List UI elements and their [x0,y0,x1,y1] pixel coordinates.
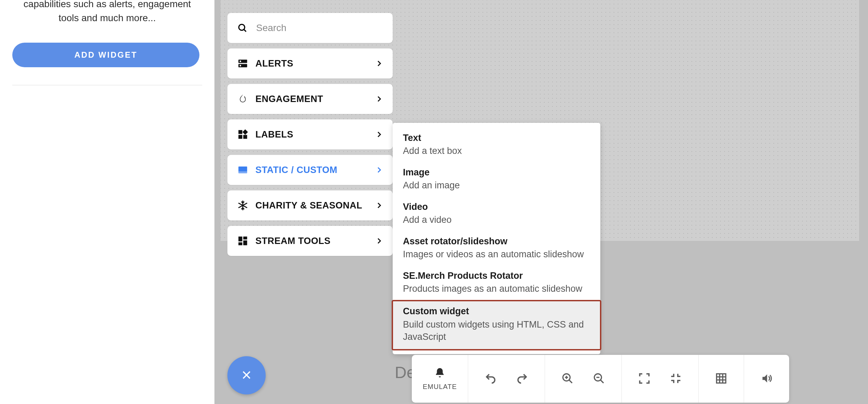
chevron-right-icon [375,130,383,139]
zoom-out-icon [593,372,605,386]
flyout-item-title: SE.Merch Products Rotator [403,270,590,282]
flyout-item-title: Asset rotator/slideshow [403,235,590,247]
svg-point-5 [240,65,241,67]
search-icon [237,23,248,33]
undo-button[interactable] [482,370,499,388]
svg-line-22 [569,380,572,383]
add-widget-button[interactable]: ADD WIDGET [12,43,199,67]
category-charity-seasonal[interactable]: CHARITY & SEASONAL [227,190,393,220]
svg-rect-18 [243,241,247,245]
flyout-item-title: Image [403,166,590,178]
toolbar-emulate-section[interactable]: EMULATE [412,355,468,403]
emulate-label: EMULATE [423,383,457,391]
category-alerts[interactable]: ALERTS [227,48,393,78]
sidebar-divider [12,85,202,85]
flyout-item-desc: Products images as an automatic slidesho… [403,283,590,295]
category-labels[interactable]: LABELS [227,119,393,149]
svg-rect-28 [716,374,726,383]
bell-icon [434,367,446,380]
flyout-item-custom-widget[interactable]: Custom widget Build custom widgets using… [393,301,600,349]
fullscreen-button[interactable] [636,370,653,388]
sidebar-panel: capabilities such as alerts, engagement … [0,0,214,404]
volume-icon [760,372,773,386]
category-engagement[interactable]: ENGAGEMENT [227,84,393,114]
svg-rect-17 [238,242,242,245]
svg-rect-15 [238,236,242,241]
exit-fullscreen-icon [670,372,682,386]
toolbar-grid-section [699,355,744,403]
flyout-item-desc: Add a text box [403,145,590,157]
fullscreen-icon [638,372,650,386]
sidebar-description: capabilities such as alerts, engagement … [12,0,202,25]
flyout-item-desc: Images or videos as an automatic slidesh… [403,248,590,260]
zoom-in-button[interactable] [559,370,576,388]
svg-rect-7 [238,135,242,139]
flyout-item-title: Text [403,132,590,144]
grid-icon [715,372,727,386]
bottom-toolbar: EMULATE [412,355,789,403]
redo-icon [516,372,528,386]
grid-toggle-button[interactable] [713,370,729,388]
flame-icon [237,93,249,105]
flyout-item-title: Video [403,201,590,213]
chevron-right-icon [375,166,383,174]
close-icon [241,369,252,382]
chevron-right-icon [375,59,383,68]
svg-rect-11 [238,171,247,173]
svg-rect-16 [243,236,247,240]
close-chooser-button[interactable] [227,356,266,394]
svg-line-1 [244,29,246,31]
volume-button[interactable] [758,370,775,388]
flyout-item-desc: Build custom widgets using HTML, CSS and… [403,318,590,343]
dashboard-icon [237,235,249,247]
toolbar-screen-section [622,355,699,403]
category-label: ENGAGEMENT [255,94,375,104]
chevron-right-icon [375,201,383,210]
flyout-item-asset-rotator[interactable]: Asset rotator/slideshow Images or videos… [393,231,600,265]
category-label: CHARITY & SEASONAL [255,200,375,211]
widgets-icon [237,129,249,140]
toolbar-zoom-section [545,355,622,403]
exit-fullscreen-button[interactable] [668,370,684,388]
toolbar-history-section [468,355,545,403]
rectangle-icon [237,164,249,176]
alerts-icon [237,58,249,69]
category-label: STREAM TOOLS [255,236,375,246]
flyout-item-title: Custom widget [403,305,590,317]
svg-rect-6 [238,130,242,134]
flyout-item-desc: Add an image [403,179,590,191]
category-static-custom[interactable]: STATIC / CUSTOM [227,155,393,185]
snowflake-icon [237,200,249,211]
toolbar-sound-section [744,355,789,403]
chevron-right-icon [375,237,383,245]
flyout-item-merch-rotator[interactable]: SE.Merch Products Rotator Products image… [393,265,600,300]
search-card[interactable] [227,13,393,43]
chevron-right-icon [375,95,383,103]
undo-icon [485,372,497,386]
category-label: LABELS [255,129,375,140]
redo-button[interactable] [514,370,530,388]
svg-line-26 [600,380,603,383]
svg-point-4 [240,60,241,62]
zoom-in-icon [561,372,574,386]
widget-category-list: ALERTS ENGAGEMENT LABELS [227,13,393,256]
search-input[interactable] [256,23,383,33]
zoom-out-button[interactable] [591,370,607,388]
flyout-item-text[interactable]: Text Add a text box [393,128,600,162]
svg-rect-8 [243,135,247,139]
flyout-item-image[interactable]: Image Add an image [393,162,600,197]
category-stream-tools[interactable]: STREAM TOOLS [227,226,393,256]
static-custom-flyout: Text Add a text box Image Add an image V… [393,123,600,354]
flyout-item-desc: Add a video [403,214,590,226]
category-label: STATIC / CUSTOM [255,165,375,175]
svg-rect-9 [242,129,248,135]
flyout-item-video[interactable]: Video Add a video [393,197,600,231]
svg-point-0 [239,24,244,30]
category-label: ALERTS [255,58,375,69]
